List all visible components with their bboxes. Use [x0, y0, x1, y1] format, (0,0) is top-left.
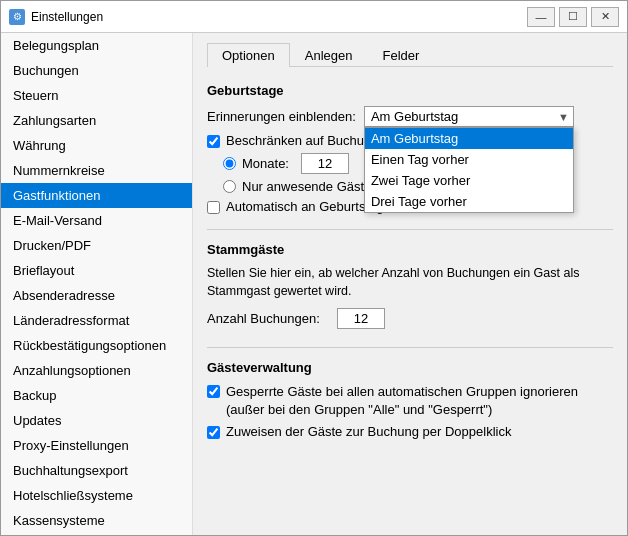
tab-felder[interactable]: Felder [367, 43, 434, 67]
sidebar-item-l-nderadressformat[interactable]: Länderadressformat [1, 308, 192, 333]
dropdown-option-am-geburtstag[interactable]: Am Geburtstag [365, 128, 573, 149]
dropdown-menu: Am GeburtstagEinen Tag vorherZwei Tage v… [364, 127, 574, 213]
sidebar-item-e-mail-versand[interactable]: E-Mail-Versand [1, 208, 192, 233]
sidebar-item-w-hrung[interactable]: Währung [1, 133, 192, 158]
main-panel: OptionenAnlegenFelder Geburtstage Erinne… [193, 33, 627, 535]
sidebar-item-zahlungsarten[interactable]: Zahlungsarten [1, 108, 192, 133]
anzahl-input[interactable] [337, 308, 385, 329]
main-window: ⚙ Einstellungen — ☐ ✕ BelegungsplanBuchu… [0, 0, 628, 536]
close-button[interactable]: ✕ [591, 7, 619, 27]
dropdown-option-drei-tage-vorher[interactable]: Drei Tage vorher [365, 191, 573, 212]
sidebar-item-updates[interactable]: Updates [1, 408, 192, 433]
monate-radio[interactable] [223, 157, 236, 170]
divider-1 [207, 229, 613, 230]
sidebar-item-gastfunktionen[interactable]: Gastfunktionen [1, 183, 192, 208]
maximize-button[interactable]: ☐ [559, 7, 587, 27]
window-controls: — ☐ ✕ [527, 7, 619, 27]
geburtstage-section: Geburtstage Erinnerungen einblenden: Am … [207, 79, 613, 219]
beschraenken-checkbox[interactable] [207, 135, 220, 148]
dropdown-option-zwei-tage-vorher[interactable]: Zwei Tage vorher [365, 170, 573, 191]
zuweisen-checkbox[interactable] [207, 426, 220, 439]
gaesteverwaltung-section: Gästeverwaltung Gesperrte Gäste bei alle… [207, 356, 613, 444]
minimize-button[interactable]: — [527, 7, 555, 27]
erinnerungen-label: Erinnerungen einblenden: [207, 109, 356, 124]
sidebar-item-drucken-pdf[interactable]: Drucken/PDF [1, 233, 192, 258]
window-icon: ⚙ [9, 9, 25, 25]
sidebar-item-r-ckbest-tigungsoptionen[interactable]: Rückbestätigungsoptionen [1, 333, 192, 358]
dropdown-option-einen-tag-vorher[interactable]: Einen Tag vorher [365, 149, 573, 170]
gaesteverwaltung-title: Gästeverwaltung [207, 360, 613, 375]
gesperrt-label: Gesperrte Gäste bei allen automatischen … [226, 383, 596, 419]
sidebar-item-anzahlungsoptionen[interactable]: Anzahlungsoptionen [1, 358, 192, 383]
geburtstage-title: Geburtstage [207, 83, 613, 98]
sidebar-item-belegungsplan[interactable]: Belegungsplan [1, 33, 192, 58]
nur-anwesende-radio[interactable] [223, 180, 236, 193]
dropdown-arrow-icon: ▼ [558, 111, 569, 123]
title-bar: ⚙ Einstellungen — ☐ ✕ [1, 1, 627, 33]
sidebar: BelegungsplanBuchungenSteuernZahlungsart… [1, 33, 193, 535]
monate-label: Monate: [242, 156, 289, 171]
stammgaeste-title: Stammgäste [207, 242, 613, 257]
sidebar-item-buchungen[interactable]: Buchungen [1, 58, 192, 83]
zuweisen-label: Zuweisen der Gäste zur Buchung per Doppe… [226, 424, 511, 439]
sidebar-item-buchhaltungsexport[interactable]: Buchhaltungsexport [1, 458, 192, 483]
zuweisen-row: Zuweisen der Gäste zur Buchung per Doppe… [207, 424, 613, 439]
automatisch-checkbox[interactable] [207, 201, 220, 214]
sidebar-item-brieflayout[interactable]: Brieflayout [1, 258, 192, 283]
anzahl-row: Anzahl Buchungen: [207, 308, 613, 329]
sidebar-item-backup[interactable]: Backup [1, 383, 192, 408]
dropdown-selected-text: Am Geburtstag [371, 109, 458, 124]
sidebar-item-steuern[interactable]: Steuern [1, 83, 192, 108]
gesperrt-checkbox[interactable] [207, 385, 220, 398]
sidebar-item-hotelschlie-systeme[interactable]: Hotelschließsysteme [1, 483, 192, 508]
tab-optionen[interactable]: Optionen [207, 43, 290, 67]
content-area: BelegungsplanBuchungenSteuernZahlungsart… [1, 33, 627, 535]
sidebar-item-kassensysteme[interactable]: Kassensysteme [1, 508, 192, 533]
tab-bar: OptionenAnlegenFelder [207, 43, 613, 67]
gesperrt-row: Gesperrte Gäste bei allen automatischen … [207, 383, 613, 419]
sidebar-item-nummernkreise[interactable]: Nummernkreise [1, 158, 192, 183]
anzahl-label: Anzahl Buchungen: [207, 311, 327, 326]
sidebar-item-elektr--meldeschein[interactable]: Elektr. Meldeschein [1, 533, 192, 535]
monate-input[interactable] [301, 153, 349, 174]
stammgaeste-section: Stammgäste Stellen Sie hier ein, ab welc… [207, 238, 613, 337]
stammgaeste-desc: Stellen Sie hier ein, ab welcher Anzahl … [207, 265, 613, 300]
sidebar-item-absenderadresse[interactable]: Absenderadresse [1, 283, 192, 308]
divider-2 [207, 347, 613, 348]
dropdown-wrapper: Am Geburtstag ▼ Am GeburtstagEinen Tag v… [364, 106, 574, 127]
window-title: Einstellungen [31, 10, 527, 24]
tab-anlegen[interactable]: Anlegen [290, 43, 368, 67]
erinnerungen-dropdown[interactable]: Am Geburtstag ▼ [364, 106, 574, 127]
sidebar-item-proxy-einstellungen[interactable]: Proxy-Einstellungen [1, 433, 192, 458]
erinnerungen-row: Erinnerungen einblenden: Am Geburtstag ▼… [207, 106, 613, 127]
